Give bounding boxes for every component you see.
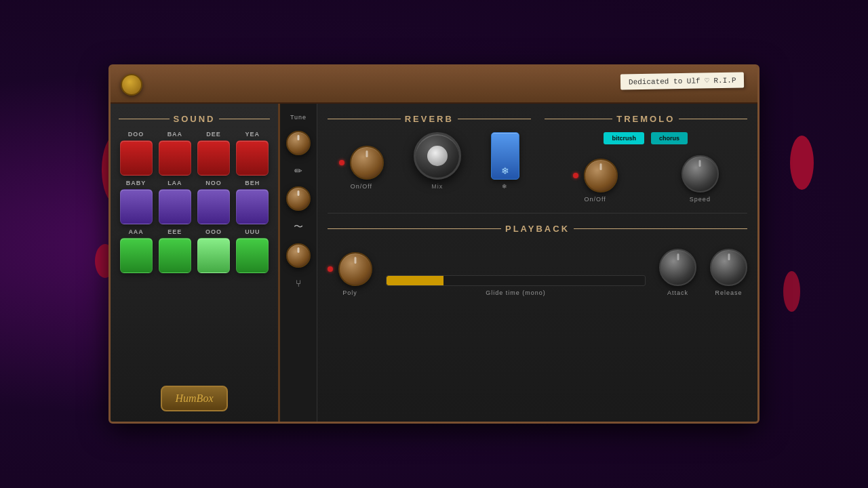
sound-col-uuu: UUU: [235, 228, 270, 273]
right-panel: REVERB On/Off: [317, 104, 757, 422]
sound-col-ooo: OOO: [197, 228, 231, 273]
glide-slider-container[interactable]: [386, 275, 646, 286]
tremolo-speed-label: Speed: [690, 196, 711, 203]
pad-uuu[interactable]: [236, 238, 269, 273]
sound-grid: DOO BAA DEE YEA BABY: [119, 131, 270, 273]
sound-col-beh: BEH: [235, 180, 270, 224]
humbox-logo: HumBox: [119, 386, 270, 411]
label-ooo: OOO: [205, 228, 222, 235]
release-knob[interactable]: [710, 249, 747, 286]
playback-row: PLAYBACK Poly: [328, 224, 747, 303]
pad-yea[interactable]: [236, 140, 269, 176]
reverb-led: [339, 160, 344, 165]
pad-aaa[interactable]: [120, 238, 153, 273]
poly-knob[interactable]: [338, 252, 372, 286]
tremolo-onoff-label: On/Off: [584, 196, 606, 203]
label-baby: BABY: [126, 180, 146, 186]
pad-laa[interactable]: [159, 189, 191, 224]
sound-col-aaa: AAA: [119, 228, 153, 273]
poly-label: Poly: [342, 289, 357, 296]
label-dee: DEE: [206, 131, 221, 138]
tremolo-onoff-control: On/Off: [573, 159, 618, 203]
pad-noo[interactable]: [197, 189, 230, 224]
humbox-brand: HumBox: [161, 386, 229, 411]
attack-label: Attack: [667, 289, 688, 296]
label-uuu: UUU: [245, 228, 260, 235]
release-label: Release: [715, 289, 742, 296]
tremolo-onoff-knob[interactable]: [584, 159, 618, 192]
tune-knob[interactable]: [286, 131, 311, 155]
reverb-section: REVERB On/Off: [328, 114, 531, 203]
tremolo-speed-control: Speed: [682, 155, 719, 203]
pad-doo[interactable]: [120, 140, 153, 176]
tune-strip: Tune ✏ 〜 ⑂: [280, 104, 317, 422]
pad-ooo[interactable]: [197, 238, 230, 273]
tune-knob2[interactable]: [286, 186, 311, 211]
reverb-onoff-knob[interactable]: [350, 146, 384, 180]
main-window: Dedicated to Ulf ♡ R.I.P SOUND DOO BAA D…: [108, 64, 760, 424]
attack-control: Attack: [659, 249, 696, 296]
divider: [328, 213, 747, 214]
reverb-controls: On/Off Mix ❄: [328, 132, 531, 190]
label-beh: BEH: [245, 180, 260, 186]
label-eee: EEE: [167, 228, 182, 235]
playback-title: PLAYBACK: [328, 224, 747, 234]
tremolo-controls: On/Off Speed: [545, 155, 748, 203]
label-aaa: AAA: [128, 228, 144, 235]
dedication-tag: Dedicated to Ulf ♡ R.I.P: [620, 72, 744, 89]
tremolo-section: TREMOLO bitcrush chorus: [545, 114, 748, 203]
reverb-mix-control: Mix: [414, 132, 461, 190]
poly-control: Poly: [328, 252, 372, 296]
glide-label: Glide time (mono): [486, 289, 546, 296]
pad-eee[interactable]: [159, 238, 191, 273]
tune-label: Tune: [290, 114, 307, 121]
poly-led-row: [328, 252, 372, 286]
poly-led: [328, 266, 333, 272]
pad-baa[interactable]: [159, 140, 191, 176]
tremolo-led: [573, 173, 578, 178]
bitcrush-button[interactable]: bitcrush: [604, 132, 644, 144]
reverb-mix-knob[interactable]: [414, 132, 461, 180]
sound-col-baa: BAA: [157, 131, 192, 176]
share-icon: ⑂: [296, 278, 301, 289]
glide-control: Glide time (mono): [386, 275, 646, 296]
sound-panel: SOUND DOO BAA DEE YEA: [111, 104, 280, 422]
tremolo-title: TREMOLO: [545, 114, 748, 124]
reverb-mix-label: Mix: [431, 183, 443, 190]
pad-beh[interactable]: [236, 189, 269, 224]
top-bar: Dedicated to Ulf ♡ R.I.P: [111, 66, 757, 104]
chorus-button[interactable]: chorus: [651, 132, 688, 144]
power-button[interactable]: [121, 74, 142, 96]
sound-col-yea: YEA: [235, 131, 270, 176]
reverb-onoff-label: On/Off: [351, 183, 372, 190]
pad-dee[interactable]: [197, 140, 230, 176]
reverb-extra-control: ❄: [491, 132, 519, 190]
tune-knob3[interactable]: [286, 243, 311, 268]
sound-col-noo: NOO: [197, 180, 231, 224]
reverb-blue-button[interactable]: [491, 132, 519, 180]
label-doo: DOO: [128, 131, 144, 138]
reverb-onoff-control: On/Off: [339, 146, 384, 190]
wave-icon: 〜: [294, 221, 303, 233]
sound-section-title: SOUND: [119, 114, 270, 124]
tremolo-speed-knob[interactable]: [682, 155, 719, 192]
glide-slider-fill: [387, 276, 443, 285]
tremolo-led-row: [573, 159, 618, 192]
label-baa: BAA: [167, 131, 183, 138]
reverb-led-row: [339, 146, 384, 180]
effect-buttons-row: bitcrush chorus: [545, 132, 748, 144]
playback-controls: Poly Glide time (mono) Attack: [328, 242, 747, 303]
label-laa: LAA: [167, 180, 182, 186]
reverb-title: REVERB: [328, 114, 531, 124]
sound-col-laa: LAA: [157, 180, 192, 224]
attack-knob[interactable]: [659, 249, 696, 286]
label-yea: YEA: [245, 131, 260, 138]
sound-col-eee: EEE: [157, 228, 192, 273]
label-noo: NOO: [205, 180, 222, 186]
release-control: Release: [710, 249, 747, 296]
fx-row: REVERB On/Off: [328, 114, 747, 203]
reverb-mix-knob-inner: [427, 146, 448, 166]
pad-baby[interactable]: [120, 189, 153, 224]
reverb-snowflake-label: ❄: [502, 183, 508, 190]
sound-col-doo: DOO: [119, 131, 153, 176]
